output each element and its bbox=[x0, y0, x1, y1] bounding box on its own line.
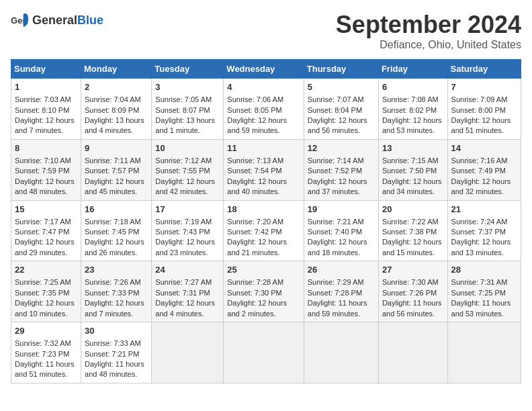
daylight-label: Daylight: 11 hours and 48 minutes. bbox=[85, 360, 144, 378]
daylight-label: Daylight: 12 hours and 23 minutes. bbox=[155, 238, 215, 256]
day-number: 10 bbox=[155, 142, 220, 154]
day-cell: 19Sunrise: 7:21 AMSunset: 7:40 PMDayligh… bbox=[304, 200, 378, 261]
week-row-2: 8Sunrise: 7:10 AMSunset: 7:59 PMDaylight… bbox=[11, 139, 521, 200]
day-number: 26 bbox=[308, 264, 375, 276]
daylight-label: Daylight: 12 hours and 45 minutes. bbox=[85, 177, 144, 195]
daylight-label: Daylight: 12 hours and 53 minutes. bbox=[382, 116, 442, 134]
daylight-label: Daylight: 11 hours and 53 minutes. bbox=[451, 299, 511, 317]
sunrise-label: Sunrise: 7:18 AM bbox=[85, 218, 141, 226]
sunrise-label: Sunrise: 7:25 AM bbox=[15, 278, 71, 286]
day-header-friday: Friday bbox=[378, 60, 447, 79]
header-row: SundayMondayTuesdayWednesdayThursdayFrid… bbox=[11, 60, 521, 79]
day-number: 24 bbox=[155, 264, 220, 276]
day-number: 20 bbox=[382, 203, 444, 216]
sunrise-label: Sunrise: 7:28 AM bbox=[227, 278, 283, 286]
sunset-label: Sunset: 8:04 PM bbox=[308, 106, 362, 114]
day-cell: 27Sunrise: 7:30 AMSunset: 7:26 PMDayligh… bbox=[378, 261, 447, 322]
day-number: 25 bbox=[227, 264, 300, 276]
week-row-4: 22Sunrise: 7:25 AMSunset: 7:35 PMDayligh… bbox=[11, 261, 521, 322]
sunset-label: Sunset: 7:50 PM bbox=[382, 167, 437, 175]
day-number: 22 bbox=[15, 264, 77, 276]
day-cell: 23Sunrise: 7:26 AMSunset: 7:33 PMDayligh… bbox=[81, 261, 152, 322]
sunset-label: Sunset: 8:02 PM bbox=[382, 106, 437, 114]
day-number: 9 bbox=[85, 142, 148, 154]
sunrise-label: Sunrise: 7:16 AM bbox=[451, 156, 508, 165]
daylight-label: Daylight: 11 hours and 56 minutes. bbox=[382, 299, 442, 317]
day-cell: 2Sunrise: 7:04 AMSunset: 8:09 PMDaylight… bbox=[81, 79, 152, 140]
sunrise-label: Sunrise: 7:21 AM bbox=[308, 218, 364, 226]
daylight-label: Daylight: 12 hours and 56 minutes. bbox=[308, 116, 367, 134]
day-cell: 20Sunrise: 7:22 AMSunset: 7:38 PMDayligh… bbox=[378, 200, 447, 261]
logo-icon: Gen bbox=[11, 11, 30, 30]
daylight-label: Daylight: 12 hours and 13 minutes. bbox=[451, 238, 511, 256]
daylight-label: Daylight: 12 hours and 37 minutes. bbox=[308, 177, 367, 195]
day-cell: 18Sunrise: 7:20 AMSunset: 7:42 PMDayligh… bbox=[224, 200, 304, 261]
day-cell bbox=[304, 322, 378, 383]
daylight-label: Daylight: 12 hours and 34 minutes. bbox=[382, 177, 442, 195]
day-cell: 15Sunrise: 7:17 AMSunset: 7:47 PMDayligh… bbox=[11, 200, 81, 261]
sunset-label: Sunset: 7:43 PM bbox=[155, 228, 210, 236]
day-number: 3 bbox=[155, 81, 220, 93]
sunrise-label: Sunrise: 7:10 AM bbox=[15, 156, 71, 165]
daylight-label: Daylight: 12 hours and 10 minutes. bbox=[15, 299, 75, 317]
sunrise-label: Sunrise: 7:14 AM bbox=[308, 156, 364, 165]
sunrise-label: Sunrise: 7:07 AM bbox=[308, 95, 364, 103]
daylight-label: Daylight: 12 hours and 18 minutes. bbox=[308, 238, 367, 256]
sunrise-label: Sunrise: 7:30 AM bbox=[382, 278, 439, 286]
sunrise-label: Sunrise: 7:26 AM bbox=[85, 278, 141, 286]
day-cell: 4Sunrise: 7:06 AMSunset: 8:05 PMDaylight… bbox=[224, 79, 304, 140]
sunrise-label: Sunrise: 7:31 AM bbox=[451, 278, 508, 286]
sunrise-label: Sunrise: 7:19 AM bbox=[155, 218, 212, 226]
sunset-label: Sunset: 7:26 PM bbox=[382, 289, 437, 297]
day-number: 7 bbox=[451, 81, 517, 93]
sunrise-label: Sunrise: 7:20 AM bbox=[227, 218, 283, 226]
day-cell: 21Sunrise: 7:24 AMSunset: 7:37 PMDayligh… bbox=[447, 200, 521, 261]
header: Gen GeneralBlue September 2024 Defiance,… bbox=[11, 11, 521, 51]
day-number: 14 bbox=[451, 142, 517, 154]
daylight-label: Daylight: 12 hours and 2 minutes. bbox=[227, 299, 287, 317]
day-cell bbox=[378, 322, 447, 383]
day-number: 29 bbox=[15, 325, 77, 337]
day-cell: 14Sunrise: 7:16 AMSunset: 7:49 PMDayligh… bbox=[447, 139, 521, 200]
sunrise-label: Sunrise: 7:15 AM bbox=[382, 156, 439, 165]
sunset-label: Sunset: 7:38 PM bbox=[382, 228, 437, 236]
day-cell: 24Sunrise: 7:27 AMSunset: 7:31 PMDayligh… bbox=[152, 261, 224, 322]
sunrise-label: Sunrise: 7:13 AM bbox=[227, 156, 283, 165]
daylight-label: Daylight: 12 hours and 4 minutes. bbox=[155, 299, 215, 317]
sunset-label: Sunset: 7:49 PM bbox=[451, 167, 506, 175]
daylight-label: Daylight: 12 hours and 59 minutes. bbox=[227, 116, 287, 134]
day-header-tuesday: Tuesday bbox=[152, 60, 224, 79]
sunrise-label: Sunrise: 7:29 AM bbox=[308, 278, 364, 286]
day-cell: 17Sunrise: 7:19 AMSunset: 7:43 PMDayligh… bbox=[152, 200, 224, 261]
sunrise-label: Sunrise: 7:32 AM bbox=[15, 339, 71, 347]
day-cell: 16Sunrise: 7:18 AMSunset: 7:45 PMDayligh… bbox=[81, 200, 152, 261]
sunrise-label: Sunrise: 7:03 AM bbox=[15, 95, 71, 103]
sunrise-label: Sunrise: 7:05 AM bbox=[155, 95, 212, 103]
sunset-label: Sunset: 7:59 PM bbox=[15, 167, 69, 175]
day-number: 27 bbox=[382, 264, 444, 276]
sunrise-label: Sunrise: 7:17 AM bbox=[15, 218, 71, 226]
sunrise-label: Sunrise: 7:08 AM bbox=[382, 95, 439, 103]
sunset-label: Sunset: 7:31 PM bbox=[155, 289, 210, 297]
day-cell: 6Sunrise: 7:08 AMSunset: 8:02 PMDaylight… bbox=[378, 79, 447, 140]
day-number: 19 bbox=[308, 203, 375, 216]
day-header-wednesday: Wednesday bbox=[224, 60, 304, 79]
day-cell: 9Sunrise: 7:11 AMSunset: 7:57 PMDaylight… bbox=[81, 139, 152, 200]
daylight-label: Daylight: 13 hours and 1 minute. bbox=[155, 116, 215, 134]
day-number: 4 bbox=[227, 81, 300, 93]
sunset-label: Sunset: 8:10 PM bbox=[15, 106, 69, 114]
sunset-label: Sunset: 7:55 PM bbox=[155, 167, 210, 175]
day-cell: 3Sunrise: 7:05 AMSunset: 8:07 PMDaylight… bbox=[152, 79, 224, 140]
day-header-saturday: Saturday bbox=[447, 60, 521, 79]
sunset-label: Sunset: 8:07 PM bbox=[155, 106, 210, 114]
daylight-label: Daylight: 12 hours and 21 minutes. bbox=[227, 238, 287, 256]
daylight-label: Daylight: 12 hours and 40 minutes. bbox=[227, 177, 287, 195]
day-cell: 7Sunrise: 7:09 AMSunset: 8:00 PMDaylight… bbox=[447, 79, 521, 140]
sunset-label: Sunset: 7:57 PM bbox=[85, 167, 139, 175]
sunset-label: Sunset: 7:45 PM bbox=[85, 228, 139, 236]
sunset-label: Sunset: 7:54 PM bbox=[227, 167, 281, 175]
sunset-label: Sunset: 7:40 PM bbox=[308, 228, 362, 236]
day-cell: 12Sunrise: 7:14 AMSunset: 7:52 PMDayligh… bbox=[304, 139, 378, 200]
day-cell: 25Sunrise: 7:28 AMSunset: 7:30 PMDayligh… bbox=[224, 261, 304, 322]
day-cell: 10Sunrise: 7:12 AMSunset: 7:55 PMDayligh… bbox=[152, 139, 224, 200]
